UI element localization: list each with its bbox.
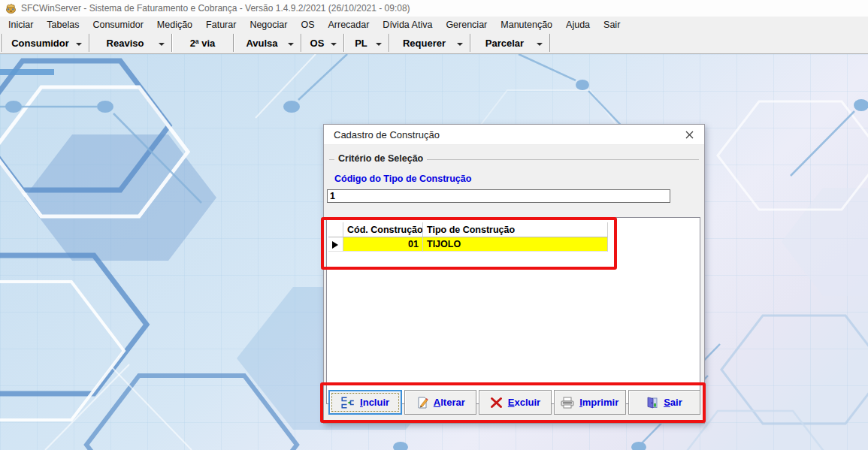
menu-manutencao[interactable]: Manutenção (494, 18, 559, 32)
menu-ajuda[interactable]: Ajuda (559, 18, 597, 32)
cell-tipo-construcao[interactable]: TIJOLO (423, 237, 608, 252)
menu-iniciar[interactable]: Iniciar (2, 18, 40, 32)
toolbar-parcelar-button[interactable]: Parcelar (470, 34, 550, 52)
incluir-label: Incluir (360, 397, 389, 408)
toolbar-2avia-button[interactable]: 2ª via (171, 34, 233, 52)
grid-header-row: Cód. Construção Tipo de Construção (328, 222, 608, 237)
dropdown-arrow-icon[interactable] (288, 43, 294, 46)
dropdown-arrow-icon[interactable] (159, 43, 165, 46)
cell-cod-construcao[interactable]: 01 (343, 237, 423, 252)
dialog-titlebar[interactable]: Cadastro de Construção (324, 125, 704, 145)
excluir-button[interactable]: Excluir (479, 390, 551, 415)
menu-tabelas[interactable]: Tabelas (40, 18, 86, 32)
close-icon[interactable] (681, 127, 697, 143)
toolbar-parcelar-label: Parcelar (485, 38, 534, 49)
column-header-cod-construcao[interactable]: Cód. Construção (343, 222, 423, 237)
toolbar-reaviso-label: Reaviso (107, 38, 155, 49)
toolbar-avulsa-button[interactable]: Avulsa (233, 34, 301, 52)
construction-type-code-label: Código do Tipo de Construção (334, 174, 471, 184)
exit-door-icon (646, 397, 658, 409)
construction-type-code-input[interactable] (327, 189, 670, 203)
menubar: Iniciar Tabelas Consumidor Medição Fatur… (0, 17, 868, 33)
dropdown-arrow-icon[interactable] (457, 43, 463, 46)
dropdown-arrow-icon[interactable] (331, 43, 337, 46)
sair-button[interactable]: Sair (628, 390, 700, 415)
imprimir-label: Imprimir (579, 397, 618, 408)
menu-gerenciar[interactable]: Gerenciar (439, 18, 494, 32)
window-titlebar: SFCWinServer - Sistema de Faturamento e … (0, 0, 868, 17)
toolbar-2avia-label: 2ª via (190, 38, 216, 49)
menu-sair[interactable]: Sair (597, 18, 627, 32)
toolbar-pl-label: PL (355, 38, 378, 49)
column-header-tipo-construcao[interactable]: Tipo de Construção (423, 222, 608, 237)
menu-divida-ativa[interactable]: Dívida Ativa (376, 18, 439, 32)
toolbar-consumidor-button[interactable]: Consumidor (2, 34, 89, 52)
table-row[interactable]: 01 TIJOLO (328, 237, 608, 252)
app-logo-icon (5, 2, 17, 14)
toolbar-reaviso-button[interactable]: Reaviso (89, 34, 171, 52)
alterar-button[interactable]: Alterar (404, 390, 476, 415)
sair-label: Sair (664, 397, 682, 408)
menu-os[interactable]: OS (294, 18, 321, 32)
dialog-title: Cadastro de Construção (334, 129, 681, 140)
imprimir-button[interactable]: Imprimir (554, 390, 626, 415)
menu-consumidor[interactable]: Consumidor (86, 18, 150, 32)
delete-x-icon (490, 397, 503, 409)
window-title: SFCWinServer - Sistema de Faturamento e … (21, 3, 410, 14)
menu-negociar[interactable]: Negociar (243, 18, 294, 32)
toolbar: Consumidor Reaviso 2ª via Avulsa OS PL R… (0, 33, 868, 54)
row-selector-cell (328, 237, 343, 252)
toolbar-requerer-label: Requerer (403, 38, 456, 49)
toolbar-avulsa-label: Avulsa (246, 38, 288, 49)
printer-icon (561, 397, 574, 409)
toolbar-os-button[interactable]: OS (301, 34, 343, 52)
desktop-background: Cadastro de Construção Critério de Seleç… (0, 54, 868, 450)
cadastro-construcao-dialog: Cadastro de Construção Critério de Seleç… (323, 124, 705, 424)
insert-record-icon (341, 397, 355, 409)
toolbar-pl-button[interactable]: PL (343, 34, 389, 52)
alterar-label: Alterar (434, 397, 465, 408)
construction-grid[interactable]: Cód. Construção Tipo de Construção 01 TI… (328, 222, 608, 252)
dropdown-arrow-icon[interactable] (537, 43, 543, 46)
current-row-arrow-icon (332, 241, 338, 249)
results-list-panel[interactable]: Cód. Construção Tipo de Construção 01 TI… (326, 217, 700, 404)
dropdown-arrow-icon[interactable] (76, 43, 82, 46)
dialog-buttonbar: Incluir Alterar Excluir (328, 390, 700, 415)
toolbar-consumidor-label: Consumidor (11, 38, 80, 49)
edit-pencil-icon (416, 397, 428, 409)
menu-arrecadar[interactable]: Arrecadar (321, 18, 376, 32)
selection-criteria-group-label: Critério de Seleção (334, 153, 427, 164)
incluir-button[interactable]: Incluir (328, 390, 402, 415)
menu-medicao[interactable]: Medição (150, 18, 199, 32)
dropdown-arrow-icon[interactable] (376, 43, 382, 46)
row-selector-header-cell (328, 222, 343, 237)
menu-faturar[interactable]: Faturar (199, 18, 243, 32)
excluir-label: Excluir (508, 397, 540, 408)
toolbar-requerer-button[interactable]: Requerer (389, 34, 470, 52)
app-window: SFCWinServer - Sistema de Faturamento e … (0, 0, 868, 450)
